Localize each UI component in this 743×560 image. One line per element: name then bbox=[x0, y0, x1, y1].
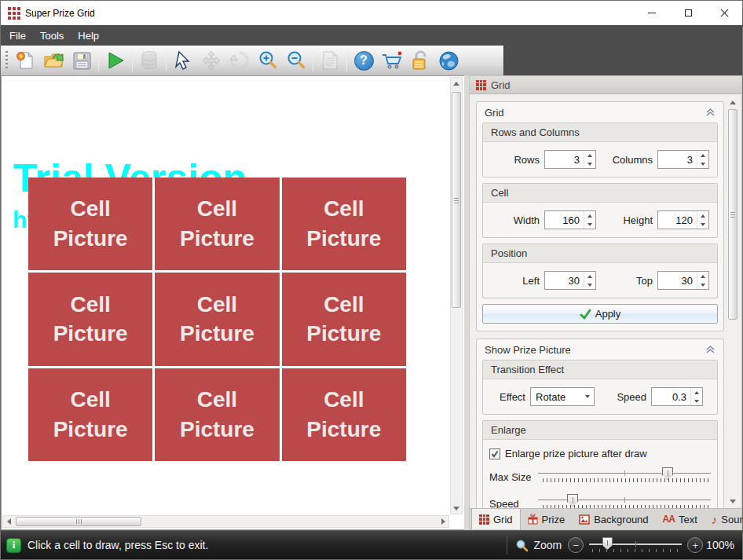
scroll-down-button[interactable] bbox=[451, 503, 462, 514]
close-button[interactable] bbox=[706, 1, 742, 25]
spin-up-button[interactable] bbox=[697, 151, 708, 159]
toolbar-separator bbox=[98, 49, 99, 71]
top-label: Top bbox=[602, 275, 653, 287]
width-spinner[interactable]: 160 bbox=[544, 210, 596, 229]
grid-group-header[interactable]: Grid bbox=[477, 102, 723, 123]
scroll-down-button[interactable] bbox=[727, 496, 738, 507]
spin-down-button[interactable] bbox=[584, 220, 595, 229]
music-note-icon: ♪ bbox=[712, 513, 718, 526]
maximize-icon bbox=[685, 9, 692, 16]
spin-up-button[interactable] bbox=[584, 151, 595, 159]
rotate-tool-button[interactable] bbox=[225, 47, 254, 74]
columns-spinner[interactable]: 3 bbox=[657, 150, 709, 169]
help-icon: ? bbox=[354, 51, 374, 71]
canvas-hscroll-thumb[interactable] bbox=[16, 517, 141, 526]
grid-cell[interactable]: Cell Picture bbox=[155, 178, 279, 270]
tab-grid[interactable]: Grid bbox=[471, 509, 521, 529]
buy-button[interactable] bbox=[378, 47, 406, 74]
info-icon: i bbox=[6, 538, 21, 553]
top-spinner[interactable]: 30 bbox=[657, 271, 709, 290]
help-button[interactable]: ? bbox=[350, 47, 378, 74]
document-icon bbox=[320, 50, 339, 71]
spin-up-button[interactable] bbox=[691, 388, 702, 397]
zoom-out-button[interactable] bbox=[282, 47, 310, 74]
grid-cell[interactable]: Cell Picture bbox=[155, 368, 279, 461]
spin-up-button[interactable] bbox=[584, 272, 595, 280]
website-button[interactable] bbox=[434, 47, 463, 74]
speed-spinner[interactable]: 0.3 bbox=[651, 387, 703, 406]
zoom-slider-thumb[interactable] bbox=[602, 537, 613, 550]
grid-cell[interactable]: Cell Picture bbox=[282, 273, 406, 365]
spin-down-icon bbox=[587, 223, 592, 226]
spin-down-button[interactable] bbox=[697, 220, 708, 229]
save-floppy-icon bbox=[72, 51, 92, 71]
zoom-slider[interactable] bbox=[589, 536, 682, 555]
grid-cell[interactable]: Cell Picture bbox=[282, 368, 406, 461]
spin-down-button[interactable] bbox=[584, 280, 595, 289]
save-button[interactable] bbox=[68, 47, 96, 74]
zoom-in-step-button[interactable]: + bbox=[687, 537, 703, 553]
minimize-button[interactable] bbox=[634, 1, 670, 25]
spin-up-button[interactable] bbox=[697, 211, 708, 220]
tab-sound[interactable]: ♪ Sound bbox=[705, 509, 743, 529]
open-folder-icon bbox=[43, 50, 64, 71]
grid-cell[interactable]: Cell Picture bbox=[28, 273, 152, 365]
maximize-button[interactable] bbox=[670, 1, 706, 25]
spin-down-button[interactable] bbox=[691, 397, 702, 405]
spin-up-button[interactable] bbox=[697, 272, 708, 280]
slider-ticks bbox=[543, 478, 709, 482]
zoom-in-button[interactable] bbox=[254, 47, 282, 74]
statusbar-separator bbox=[507, 536, 507, 555]
columns-label: Columns bbox=[602, 154, 653, 166]
collapse-chevron-icon[interactable] bbox=[705, 108, 716, 117]
height-spinner[interactable]: 120 bbox=[657, 210, 709, 229]
canvas-horizontal-scrollbar[interactable] bbox=[2, 515, 449, 528]
toolbar-grip[interactable] bbox=[4, 51, 9, 70]
tab-text[interactable]: AA Text bbox=[656, 509, 705, 529]
select-tool-button[interactable] bbox=[169, 47, 197, 74]
effect-dropdown[interactable]: Rotate bbox=[530, 387, 595, 406]
panel-vertical-scrollbar[interactable] bbox=[727, 97, 740, 507]
scroll-up-button[interactable] bbox=[727, 97, 738, 108]
spin-down-button[interactable] bbox=[697, 280, 708, 289]
canvas-viewport[interactable]: Trial Version http://... Cell Picture Ce… bbox=[2, 77, 449, 514]
enlarge-checkbox[interactable] bbox=[489, 448, 500, 459]
tab-prize[interactable]: Prize bbox=[521, 509, 573, 529]
grid-cell[interactable]: Cell Picture bbox=[282, 178, 406, 270]
canvas-vscroll-thumb[interactable] bbox=[452, 92, 461, 308]
spin-down-button[interactable] bbox=[697, 159, 708, 168]
grid-cell[interactable]: Cell Picture bbox=[155, 273, 279, 365]
grid-cell[interactable]: Cell Picture bbox=[28, 368, 152, 461]
new-button[interactable] bbox=[11, 47, 39, 74]
database-button[interactable] bbox=[135, 47, 163, 74]
spin-down-button[interactable] bbox=[584, 159, 595, 168]
move-tool-button[interactable] bbox=[197, 47, 225, 74]
open-button[interactable] bbox=[39, 47, 68, 74]
scroll-right-button[interactable] bbox=[437, 516, 448, 527]
canvas-vertical-scrollbar[interactable] bbox=[450, 77, 463, 514]
start-draw-button[interactable] bbox=[101, 47, 130, 74]
collapse-chevron-icon[interactable] bbox=[705, 345, 716, 354]
rows-spinner[interactable]: 3 bbox=[544, 150, 596, 169]
report-button[interactable] bbox=[316, 47, 344, 74]
speed-label: Speed bbox=[602, 391, 646, 403]
spin-up-button[interactable] bbox=[584, 211, 595, 220]
zoom-label: Zoom bbox=[533, 539, 562, 551]
dropdown-arrow-button[interactable] bbox=[581, 395, 594, 398]
scroll-up-button[interactable] bbox=[451, 78, 462, 89]
scroll-left-button[interactable] bbox=[3, 516, 14, 527]
show-prize-group-header[interactable]: Show Prize Picture bbox=[477, 339, 723, 360]
tab-background[interactable]: Background bbox=[572, 509, 655, 529]
license-button[interactable] bbox=[406, 47, 434, 74]
grid-cell[interactable]: Cell Picture bbox=[28, 178, 152, 270]
left-spinner[interactable]: 30 bbox=[544, 271, 596, 290]
panel-vscroll-thumb[interactable] bbox=[728, 109, 738, 320]
move-arrows-icon bbox=[201, 50, 221, 71]
max-size-slider[interactable] bbox=[538, 467, 711, 487]
menu-file[interactable]: File bbox=[2, 27, 33, 45]
menu-help[interactable]: Help bbox=[71, 27, 106, 45]
enlarge-speed-slider[interactable] bbox=[538, 493, 711, 508]
menu-tools[interactable]: Tools bbox=[33, 27, 71, 45]
zoom-out-step-button[interactable]: − bbox=[568, 537, 584, 553]
apply-button[interactable]: Apply bbox=[482, 304, 718, 324]
